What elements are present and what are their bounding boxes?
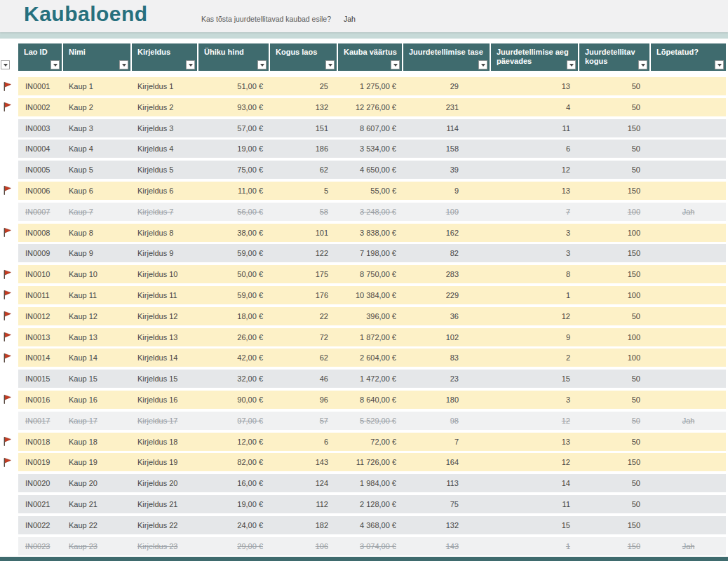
cell-tase[interactable]: 36 (403, 307, 491, 325)
cell-aeg[interactable]: 1 (491, 286, 579, 304)
cell-kauba_vaartus[interactable]: 2 128,00 € (338, 495, 403, 513)
cell-lao_id[interactable]: IN0019 (18, 453, 63, 471)
cell-lopetatud[interactable] (651, 140, 726, 158)
cell-nimi[interactable]: Kaup 19 (63, 453, 132, 471)
cell-tase[interactable]: 7 (403, 433, 491, 451)
cell-aeg[interactable]: 12 (491, 161, 579, 179)
cell-aeg[interactable]: 13 (491, 182, 579, 200)
cell-kirjeldus[interactable]: Kirjeldus 5 (132, 161, 198, 179)
cell-lopetatud[interactable]: Jah (651, 203, 726, 221)
cell-lao_id[interactable]: IN0012 (18, 307, 63, 325)
cell-kogus_laos[interactable]: 182 (270, 516, 338, 534)
cell-kogus[interactable]: 50 (579, 77, 651, 95)
cell-kirjeldus[interactable]: Kirjeldus 11 (132, 286, 198, 304)
column-header-aeg[interactable]: Juurdetellimise aeg päevades (491, 43, 579, 71)
cell-nimi[interactable]: Kaup 7 (63, 203, 132, 221)
cell-kogus[interactable]: 50 (579, 98, 651, 116)
cell-kauba_vaartus[interactable]: 5 529,00 € (338, 412, 403, 430)
cell-kogus[interactable]: 50 (579, 433, 651, 451)
cell-uhiku_hind[interactable]: 59,00 € (198, 244, 270, 262)
cell-uhiku_hind[interactable]: 59,00 € (198, 286, 270, 304)
cell-nimi[interactable]: Kaup 15 (63, 370, 132, 388)
cell-kirjeldus[interactable]: Kirjeldus 12 (132, 307, 198, 325)
cell-uhiku_hind[interactable]: 38,00 € (198, 224, 270, 242)
cell-kauba_vaartus[interactable]: 7 198,00 € (338, 244, 403, 262)
cell-kauba_vaartus[interactable]: 2 604,00 € (338, 349, 403, 367)
cell-aeg[interactable]: 11 (491, 495, 579, 513)
cell-lao_id[interactable]: IN0016 (18, 391, 63, 409)
cell-tase[interactable]: 75 (403, 495, 491, 513)
cell-kogus_laos[interactable]: 62 (270, 349, 338, 367)
cell-aeg[interactable]: 12 (491, 412, 579, 430)
cell-kogus[interactable]: 50 (579, 307, 651, 325)
cell-kirjeldus[interactable]: Kirjeldus 17 (132, 412, 198, 430)
cell-uhiku_hind[interactable]: 90,00 € (198, 391, 270, 409)
cell-kogus[interactable]: 100 (579, 224, 651, 242)
cell-kogus_laos[interactable]: 62 (270, 161, 338, 179)
cell-kogus_laos[interactable]: 22 (270, 307, 338, 325)
cell-kirjeldus[interactable]: Kirjeldus 10 (132, 265, 198, 283)
cell-aeg[interactable]: 4 (491, 98, 579, 116)
cell-kogus[interactable]: 100 (579, 328, 651, 346)
cell-nimi[interactable]: Kaup 1 (63, 77, 132, 95)
cell-lopetatud[interactable] (651, 391, 726, 409)
cell-aeg[interactable]: 7 (491, 203, 579, 221)
column-header-lao_id[interactable]: Lao ID (18, 43, 63, 71)
cell-kogus_laos[interactable]: 176 (270, 286, 338, 304)
cell-kogus_laos[interactable]: 124 (270, 474, 338, 492)
cell-tase[interactable]: 180 (403, 391, 491, 409)
cell-tase[interactable]: 113 (403, 474, 491, 492)
cell-tase[interactable]: 164 (403, 453, 491, 471)
filter-dropdown-button[interactable] (391, 60, 400, 69)
cell-aeg[interactable]: 12 (491, 307, 579, 325)
cell-kauba_vaartus[interactable]: 3 838,00 € (338, 224, 403, 242)
cell-lopetatud[interactable] (651, 453, 726, 471)
cell-kirjeldus[interactable]: Kirjeldus 18 (132, 433, 198, 451)
cell-kauba_vaartus[interactable]: 8 640,00 € (338, 391, 403, 409)
cell-uhiku_hind[interactable]: 50,00 € (198, 265, 270, 283)
filter-dropdown-button[interactable] (119, 60, 128, 69)
cell-kauba_vaartus[interactable]: 1 472,00 € (338, 370, 403, 388)
cell-uhiku_hind[interactable]: 57,00 € (198, 119, 270, 137)
cell-kogus_laos[interactable]: 46 (270, 370, 338, 388)
cell-kauba_vaartus[interactable]: 3 074,00 € (338, 537, 403, 555)
cell-kirjeldus[interactable]: Kirjeldus 3 (132, 119, 198, 137)
cell-aeg[interactable]: 3 (491, 224, 579, 242)
filter-dropdown-button[interactable] (186, 60, 195, 69)
cell-aeg[interactable]: 11 (491, 119, 579, 137)
cell-lopetatud[interactable] (651, 328, 726, 346)
cell-nimi[interactable]: Kaup 8 (63, 224, 132, 242)
cell-lao_id[interactable]: IN0007 (18, 203, 63, 221)
cell-kogus_laos[interactable]: 6 (270, 433, 338, 451)
cell-kauba_vaartus[interactable]: 396,00 € (338, 307, 403, 325)
cell-uhiku_hind[interactable]: 11,00 € (198, 182, 270, 200)
cell-tase[interactable]: 82 (403, 244, 491, 262)
column-header-lopetatud[interactable]: Lõpetatud? (651, 43, 726, 71)
cell-uhiku_hind[interactable]: 32,00 € (198, 370, 270, 388)
cell-lopetatud[interactable] (651, 224, 726, 242)
cell-tase[interactable]: 39 (403, 161, 491, 179)
cell-kirjeldus[interactable]: Kirjeldus 23 (132, 537, 198, 555)
cell-kogus[interactable]: 50 (579, 161, 651, 179)
cell-lopetatud[interactable] (651, 474, 726, 492)
cell-lao_id[interactable]: IN0015 (18, 370, 63, 388)
cell-aeg[interactable]: 3 (491, 244, 579, 262)
cell-nimi[interactable]: Kaup 21 (63, 495, 132, 513)
cell-kogus[interactable]: 50 (579, 412, 651, 430)
cell-kirjeldus[interactable]: Kirjeldus 14 (132, 349, 198, 367)
cell-kogus[interactable]: 150 (579, 244, 651, 262)
filter-dropdown-button[interactable] (715, 60, 724, 69)
cell-kogus_laos[interactable]: 5 (270, 182, 338, 200)
cell-nimi[interactable]: Kaup 20 (63, 474, 132, 492)
cell-kogus_laos[interactable]: 25 (270, 77, 338, 95)
cell-kirjeldus[interactable]: Kirjeldus 20 (132, 474, 198, 492)
cell-tase[interactable]: 158 (403, 140, 491, 158)
cell-kauba_vaartus[interactable]: 1 872,00 € (338, 328, 403, 346)
cell-kogus[interactable]: 50 (579, 140, 651, 158)
cell-kirjeldus[interactable]: Kirjeldus 21 (132, 495, 198, 513)
filter-dropdown-button[interactable] (50, 60, 60, 69)
cell-kirjeldus[interactable]: Kirjeldus 8 (132, 224, 198, 242)
cell-tase[interactable]: 132 (403, 516, 491, 534)
cell-kogus[interactable]: 100 (579, 286, 651, 304)
cell-tase[interactable]: 102 (403, 328, 491, 346)
